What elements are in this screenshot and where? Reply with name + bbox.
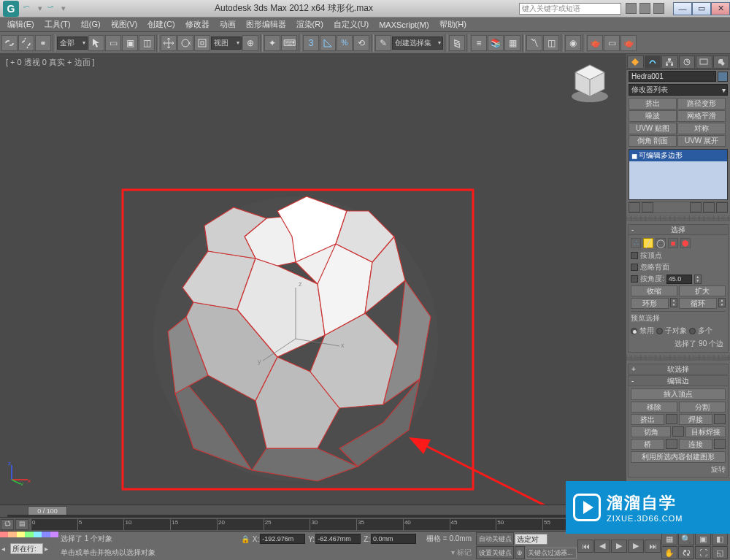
modifier-list-combo[interactable]: 修改器列表	[629, 84, 728, 96]
rollout-softsel-header[interactable]: +软选择	[628, 364, 729, 375]
lbl-add-time-tag[interactable]: ▾ 标记	[451, 548, 472, 558]
keyfilter-button[interactable]: 关键点过滤器...	[526, 548, 577, 559]
btn-bridge[interactable]: 桥	[631, 439, 664, 450]
menu-tools[interactable]: 工具(T)	[40, 18, 75, 31]
coord-z[interactable]: 0.0mm	[371, 534, 416, 544]
subobj-polygon-button[interactable]: ■	[668, 238, 678, 248]
btn-insert-vertex[interactable]: 插入顶点	[631, 388, 726, 400]
vp-zoomext-button[interactable]: ▣	[695, 532, 711, 545]
btn-ring[interactable]: 环形	[631, 298, 669, 309]
manipulate-button[interactable]: ✦	[264, 35, 280, 51]
btn-weld[interactable]: 焊接	[679, 414, 712, 425]
menu-view[interactable]: 视图(V)	[107, 18, 142, 31]
ring-spinner[interactable]: ▲▼	[670, 298, 677, 307]
angle-spinner[interactable]: ▲▼	[694, 275, 702, 284]
btn-create-shape[interactable]: 利用所选内容创建图形	[631, 451, 726, 463]
schematic-button[interactable]: ◫	[543, 35, 559, 51]
help-icon[interactable]	[626, 3, 637, 14]
redo-icon[interactable]: ⤻	[47, 2, 60, 15]
connect-settings[interactable]	[714, 439, 726, 449]
modifier-stack[interactable]: ◼可编辑多边形	[629, 149, 728, 200]
edit-named-sel-button[interactable]: ✎	[375, 35, 391, 51]
named-sel-combo[interactable]: 创建选择集	[392, 37, 443, 50]
vp-fov-button[interactable]: ◧	[712, 532, 728, 545]
script-prev-icon[interactable]: ◂	[1, 545, 9, 553]
menu-group[interactable]: 组(G)	[77, 18, 105, 31]
layers-button[interactable]: 📚	[488, 35, 504, 51]
tab-display[interactable]	[696, 55, 712, 69]
rad-subobj[interactable]	[656, 328, 663, 334]
render-button[interactable]: 🫖	[620, 35, 637, 51]
bind-button[interactable]: ⚭	[35, 35, 51, 51]
tab-create[interactable]	[627, 55, 644, 69]
viewport[interactable]: [ + 0 透视 0 真实 + 边面 ]	[0, 54, 626, 505]
material-button[interactable]: ◉	[565, 35, 581, 51]
bridge-settings[interactable]	[666, 439, 677, 449]
script-next-icon[interactable]: ▸	[45, 545, 52, 553]
keysel-combo[interactable]: 选定对象	[515, 534, 548, 545]
menu-maxscript[interactable]: MAXScript(M)	[374, 19, 433, 31]
mirror-button[interactable]: ⧎	[449, 35, 465, 51]
angle-input[interactable]: 45.0	[666, 275, 692, 284]
chk-by-angle[interactable]	[631, 275, 638, 283]
search-input[interactable]: 键入关键字或短语	[519, 3, 621, 15]
rollout-selection-header[interactable]: -选择	[628, 224, 729, 235]
render-frame-button[interactable]: ▭	[604, 35, 620, 51]
select-region-button[interactable]: ▣	[122, 35, 138, 51]
move-button[interactable]	[161, 35, 177, 51]
loop-spinner[interactable]: ▲▼	[718, 298, 726, 307]
param-pathdeform[interactable]: 路径变形	[677, 98, 726, 110]
menu-animation[interactable]: 动画	[215, 18, 240, 31]
menu-create[interactable]: 创建(C)	[143, 18, 179, 31]
param-bevelprofile[interactable]: 倒角 剖面	[629, 135, 677, 147]
key-icon[interactable]: ⊕	[515, 546, 525, 559]
param-symmetry[interactable]: 对称	[677, 123, 726, 134]
select-name-button[interactable]: ▭	[105, 35, 121, 51]
weld-settings[interactable]	[714, 414, 726, 424]
ref-coord-combo[interactable]: 视图	[211, 37, 242, 50]
angle-snap-button[interactable]	[320, 35, 336, 51]
close-button[interactable]: ✕	[711, 2, 730, 15]
trackbar-toggle[interactable]: ⮔	[1, 519, 14, 530]
coord-y[interactable]: -62.467mm	[315, 534, 361, 544]
spinner-snap-button[interactable]: ⟲	[353, 35, 369, 51]
btn-chamfer[interactable]: 切角	[631, 426, 671, 437]
align-button[interactable]: ≡	[471, 35, 487, 51]
subobj-vertex-button[interactable]: ∴	[631, 238, 641, 248]
subobj-element-button[interactable]: ⬢	[680, 238, 691, 248]
btn-remove[interactable]: 移除	[631, 402, 677, 413]
subobj-border-button[interactable]: ◯	[656, 238, 666, 248]
render-setup-button[interactable]: 🫖	[587, 35, 603, 51]
chk-by-vertex[interactable]	[631, 252, 638, 259]
stack-remove-button[interactable]	[703, 202, 715, 212]
btn-shrink[interactable]: 收缩	[631, 285, 677, 296]
btn-split[interactable]: 分割	[679, 402, 726, 413]
rotate-button[interactable]	[177, 35, 193, 51]
play-button[interactable]: ▶	[611, 540, 627, 553]
btn-loop[interactable]: 循环	[679, 298, 717, 309]
stack-pin-button[interactable]	[629, 202, 640, 212]
pivot-button[interactable]: ⊕	[242, 35, 258, 51]
chamfer-settings[interactable]	[672, 426, 684, 437]
btn-grow[interactable]: 扩大	[679, 285, 726, 296]
object-color-swatch[interactable]	[718, 72, 728, 82]
btn-target-weld[interactable]: 目标焊接	[685, 426, 726, 437]
vp-pan-button[interactable]: ✋	[661, 546, 677, 559]
menu-rendering[interactable]: 渲染(R)	[292, 18, 328, 31]
menu-help[interactable]: 帮助(H)	[435, 18, 471, 31]
goto-end-button[interactable]: ⏭	[645, 540, 661, 553]
keyboard-button[interactable]: ⌨	[281, 35, 297, 51]
next-frame-button[interactable]: ▶	[628, 540, 644, 553]
ribbon-button[interactable]: ▦	[504, 35, 520, 51]
chk-ignore-back[interactable]	[631, 264, 638, 271]
stack-unique-button[interactable]	[690, 202, 702, 212]
menu-grapheditors[interactable]: 图形编辑器	[242, 18, 291, 31]
stack-show-button[interactable]	[642, 202, 653, 212]
stack-item-editable-poly[interactable]: ◼可编辑多边形	[629, 150, 727, 161]
script-field[interactable]: 所在行:	[10, 543, 43, 554]
selection-filter-combo[interactable]: 全部	[57, 37, 88, 50]
snap-button[interactable]: 3	[303, 35, 319, 51]
goto-start-button[interactable]: ⏮	[577, 540, 593, 553]
trackbar-keymode[interactable]: ▤	[15, 519, 28, 530]
undo-icon[interactable]: ⤺	[23, 2, 36, 15]
